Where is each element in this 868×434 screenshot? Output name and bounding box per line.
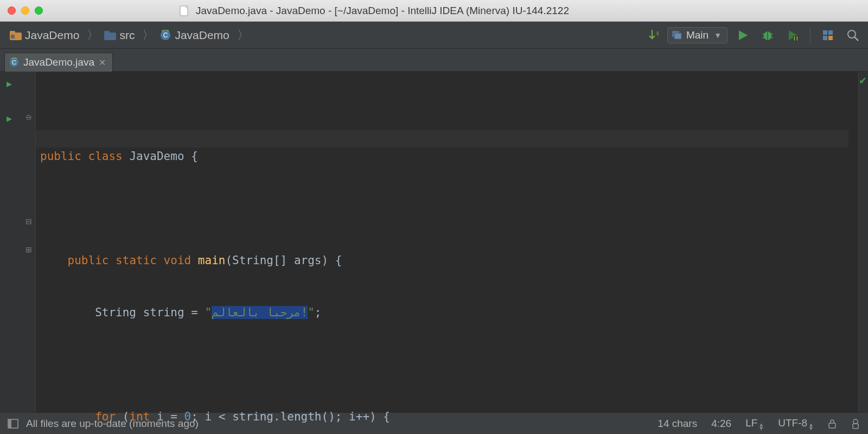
svg-point-24: [848, 30, 856, 38]
tab-label: JavaDemo.java: [23, 56, 94, 68]
coverage-button[interactable]: [783, 25, 802, 45]
breadcrumb-project[interactable]: JavaDemo: [8, 27, 84, 44]
svg-line-15: [763, 37, 764, 38]
java-class-icon: C: [9, 58, 19, 67]
run-line-marker-icon[interactable]: ▸: [7, 112, 12, 125]
svg-line-13: [763, 34, 764, 35]
breadcrumb-label: src: [119, 29, 135, 42]
svg-rect-10: [674, 33, 681, 39]
title-bar: JavaDemo.java - JavaDemo - [~/JavaDemo] …: [0, 0, 868, 22]
svg-rect-22: [823, 36, 827, 40]
java-class-icon: C: [159, 29, 171, 41]
svg-text:01: 01: [656, 31, 659, 36]
project-folder-icon: [10, 29, 22, 41]
zoom-window-button[interactable]: [35, 7, 43, 15]
current-line-highlight: [36, 130, 848, 148]
gutter[interactable]: ▸ ▸ ⊖ ⊟ ⊞: [0, 72, 36, 412]
svg-rect-21: [828, 30, 833, 35]
svg-rect-20: [823, 30, 827, 35]
svg-rect-29: [8, 419, 11, 428]
close-tab-button[interactable]: ✕: [99, 58, 106, 68]
chevron-right-icon: 〉: [142, 27, 154, 43]
code-area[interactable]: public class JavaDemo { public static vo…: [36, 72, 858, 412]
svg-line-14: [771, 34, 773, 35]
breadcrumb-label: JavaDemo: [175, 29, 229, 42]
fold-expand-icon[interactable]: ⊞: [25, 245, 32, 254]
window-controls: [8, 7, 43, 15]
minimize-window-button[interactable]: [21, 7, 29, 15]
chevron-down-icon: ▼: [714, 31, 722, 40]
editor-tabs: C JavaDemo.java ✕: [0, 49, 868, 72]
fold-end-icon[interactable]: ⊟: [25, 217, 32, 226]
editor: ▸ ▸ ⊖ ⊟ ⊞ public class JavaDemo { public…: [0, 72, 868, 412]
search-everywhere-button[interactable]: [843, 25, 863, 45]
breadcrumb-class[interactable]: C JavaDemo: [157, 27, 233, 44]
svg-rect-3: [11, 35, 15, 39]
run-config-icon: [672, 31, 682, 40]
window-title: JavaDemo.java - JavaDemo - [~/JavaDemo] …: [196, 5, 569, 17]
build-project-button[interactable]: 01: [642, 25, 662, 45]
navigation-bar: JavaDemo 〉 src 〉 C JavaDemo 〉 01 Main ▼: [0, 22, 868, 49]
fold-toggle-icon[interactable]: ⊖: [25, 113, 32, 122]
svg-rect-19: [796, 36, 798, 41]
breadcrumb-label: JavaDemo: [25, 29, 79, 42]
error-stripe[interactable]: ✔: [858, 72, 868, 412]
chevron-right-icon: 〉: [237, 27, 249, 43]
run-config-label: Main: [686, 29, 709, 41]
close-window-button[interactable]: [8, 7, 16, 15]
run-line-marker-icon[interactable]: ▸: [7, 77, 12, 90]
run-config-selector[interactable]: Main ▼: [667, 27, 727, 43]
debug-button[interactable]: [758, 25, 777, 45]
tab-javademo[interactable]: C JavaDemo.java ✕: [4, 53, 113, 72]
inspection-ok-icon: ✔: [859, 75, 867, 87]
folder-icon: [104, 29, 116, 41]
svg-rect-23: [828, 36, 833, 40]
toolbar-right: 01 Main ▼: [642, 25, 863, 45]
svg-text:C: C: [12, 59, 16, 66]
svg-line-25: [854, 37, 858, 41]
svg-rect-2: [10, 31, 15, 34]
breadcrumb: JavaDemo 〉 src 〉 C JavaDemo 〉: [8, 27, 249, 44]
svg-text:C: C: [163, 31, 168, 39]
svg-rect-5: [104, 31, 110, 34]
tool-window-layout-icon[interactable]: [8, 419, 18, 429]
svg-line-16: [771, 37, 773, 38]
file-icon: [180, 5, 189, 16]
svg-rect-18: [794, 36, 795, 41]
run-button[interactable]: [733, 25, 752, 45]
project-structure-button[interactable]: [818, 25, 838, 45]
chevron-right-icon: 〉: [87, 27, 99, 43]
breadcrumb-src[interactable]: src: [102, 27, 139, 44]
separator: [810, 28, 810, 43]
